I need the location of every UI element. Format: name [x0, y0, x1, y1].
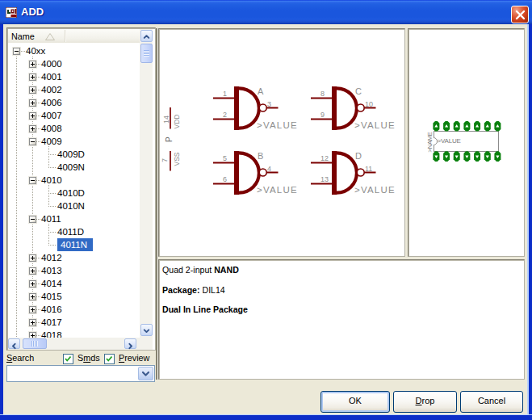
svg-text:14: 14	[162, 116, 170, 124]
svg-text:13: 13	[320, 175, 329, 183]
svg-text:2: 2	[223, 111, 227, 119]
svg-text:7: 7	[161, 158, 169, 162]
svg-text:12: 12	[320, 154, 329, 162]
svg-text:10: 10	[365, 100, 373, 108]
svg-text:A: A	[258, 86, 264, 96]
svg-text:B: B	[258, 151, 263, 161]
svg-text:>VALUE: >VALUE	[354, 185, 396, 195]
svg-text:P: P	[165, 136, 174, 142]
svg-text:>NAME: >NAME	[426, 132, 434, 152]
svg-text:6: 6	[223, 175, 227, 183]
svg-text:1: 1	[223, 90, 227, 98]
svg-text:VSS: VSS	[173, 152, 181, 166]
svg-text:>VALUE: >VALUE	[257, 120, 298, 130]
svg-text:>VALUE: >VALUE	[354, 120, 396, 130]
svg-text:VDD: VDD	[173, 115, 181, 129]
svg-text:3: 3	[267, 100, 271, 108]
svg-text:11: 11	[365, 165, 372, 173]
svg-text:C: C	[355, 86, 362, 96]
svg-text:D: D	[355, 151, 362, 161]
svg-text:8: 8	[320, 90, 325, 98]
svg-text:>VALUE: >VALUE	[257, 185, 298, 195]
svg-text:9: 9	[320, 111, 325, 119]
svg-text:4: 4	[267, 165, 271, 173]
svg-text:>VALUE: >VALUE	[438, 137, 461, 145]
svg-text:5: 5	[223, 154, 227, 162]
